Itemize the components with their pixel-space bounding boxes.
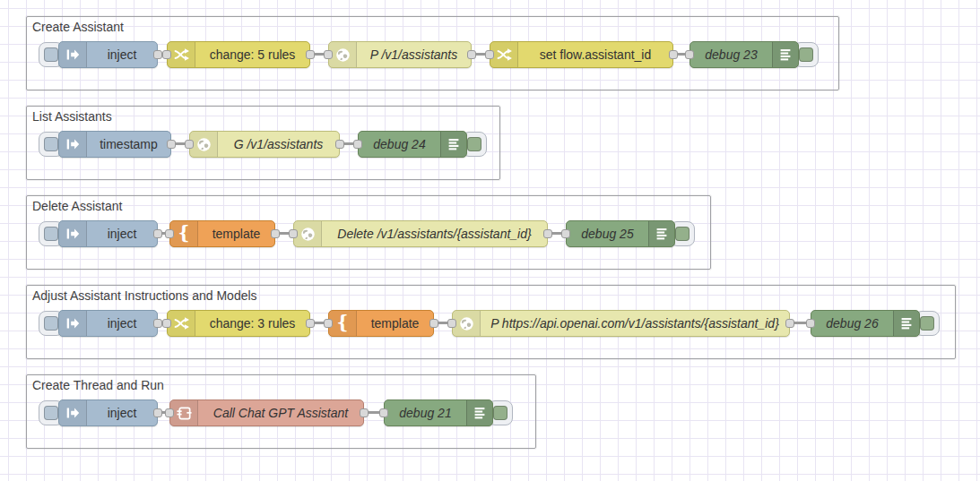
group-title: Delete Assistant <box>32 199 122 213</box>
output-port[interactable] <box>153 408 162 417</box>
output-port[interactable] <box>306 50 315 59</box>
change-node[interactable]: set flow.assistant_id <box>490 41 673 68</box>
debug-node[interactable]: debug 24 <box>358 131 467 158</box>
node-label: debug 25 <box>567 221 648 246</box>
input-port[interactable] <box>561 229 570 238</box>
input-port[interactable] <box>162 319 171 328</box>
inject-arrow-icon <box>59 400 87 425</box>
node-label: inject <box>87 311 157 336</box>
debug-node[interactable]: debug 23 <box>689 41 799 68</box>
inject-arrow-icon <box>59 42 87 67</box>
http-request-node[interactable]: Delete /v1/assistants/{assistant_id} <box>293 220 548 247</box>
group-title: Create Assistant <box>32 20 124 34</box>
input-port[interactable] <box>806 319 815 328</box>
node-label: debug 26 <box>811 311 893 336</box>
input-port[interactable] <box>289 229 298 238</box>
node-label: debug 23 <box>690 42 772 67</box>
group-title: List Assistants <box>32 109 112 124</box>
inject-node[interactable]: inject <box>58 310 158 337</box>
list-icon <box>466 400 492 425</box>
node-label: inject <box>87 221 157 246</box>
http-request-node[interactable]: P https://api.openai.com/v1/assistants/{… <box>452 310 790 337</box>
inject-button-face <box>44 47 58 62</box>
shuffle-icon <box>490 42 518 67</box>
inject-button-face <box>44 227 58 241</box>
output-port[interactable] <box>785 319 794 328</box>
debug-node[interactable]: debug 21 <box>384 399 493 426</box>
input-port[interactable] <box>379 408 388 417</box>
globe-icon <box>190 132 218 157</box>
change-node[interactable]: change: 3 rules <box>167 310 310 337</box>
debug-button-face <box>493 406 507 420</box>
output-port[interactable] <box>669 50 678 59</box>
node-label: set flow.assistant_id <box>518 42 672 67</box>
output-port[interactable] <box>167 140 176 149</box>
group-title: Adjust Assistant Instructions and Models <box>32 288 257 303</box>
output-port[interactable] <box>153 229 162 238</box>
inject-node[interactable]: inject <box>58 41 158 68</box>
template-node[interactable]: { template <box>169 220 275 247</box>
output-port[interactable] <box>429 319 438 328</box>
list-icon <box>772 42 798 67</box>
node-label: Call Chat GPT Assistant <box>198 400 363 425</box>
shuffle-icon <box>168 42 195 67</box>
output-port[interactable] <box>335 140 344 149</box>
output-port[interactable] <box>360 408 369 417</box>
globe-icon <box>329 42 357 67</box>
curly-brace-icon: { <box>329 311 357 336</box>
curly-brace-icon: { <box>170 221 198 246</box>
input-port[interactable] <box>324 50 333 59</box>
change-node[interactable]: change: 5 rules <box>167 41 310 68</box>
input-port[interactable] <box>447 319 456 328</box>
node-label: G /v1/assistants <box>218 132 339 157</box>
node-label: template <box>357 311 433 336</box>
input-port[interactable] <box>165 408 174 417</box>
node-label: debug 21 <box>385 400 466 425</box>
group-delete-assistant[interactable]: Delete Assistant inject { template Delet… <box>26 195 711 270</box>
output-port[interactable] <box>467 50 476 59</box>
list-icon <box>440 132 466 157</box>
brace-glyph: { <box>178 224 190 242</box>
input-port[interactable] <box>165 229 174 238</box>
debug-button-face <box>467 137 481 151</box>
subflow-node[interactable]: Call Chat GPT Assistant <box>169 399 364 426</box>
template-node[interactable]: { template <box>328 310 434 337</box>
group-create-assistant[interactable]: Create Assistant inject change: 5 rules … <box>26 16 839 90</box>
node-label: debug 24 <box>359 132 440 157</box>
node-label: change: 3 rules <box>195 311 309 336</box>
inject-node[interactable]: timestamp <box>58 131 171 158</box>
inject-node[interactable]: inject <box>58 399 158 426</box>
input-port[interactable] <box>162 50 171 59</box>
input-port[interactable] <box>353 140 362 149</box>
input-port[interactable] <box>185 140 194 149</box>
node-label: change: 5 rules <box>195 42 309 67</box>
list-icon <box>648 221 674 246</box>
inject-arrow-icon <box>59 311 87 336</box>
inject-arrow-icon <box>59 221 87 246</box>
output-port[interactable] <box>306 319 315 328</box>
output-port[interactable] <box>271 229 280 238</box>
node-label: inject <box>87 400 157 425</box>
http-request-node[interactable]: P /v1/assistants <box>328 41 472 68</box>
output-port[interactable] <box>153 50 162 59</box>
group-create-thread-and-run[interactable]: Create Thread and Run inject Call Chat G… <box>26 374 536 449</box>
node-label: template <box>198 221 274 246</box>
output-port[interactable] <box>153 319 162 328</box>
http-request-node[interactable]: G /v1/assistants <box>189 131 340 158</box>
group-title: Create Thread and Run <box>32 378 164 392</box>
node-label: inject <box>87 42 157 67</box>
inject-node[interactable]: inject <box>58 220 158 247</box>
group-adjust-assistant[interactable]: Adjust Assistant Instructions and Models… <box>26 285 956 359</box>
brace-glyph: { <box>337 314 349 331</box>
debug-node[interactable]: debug 26 <box>811 310 920 337</box>
output-port[interactable] <box>543 229 552 238</box>
input-port[interactable] <box>485 50 494 59</box>
shuffle-icon <box>168 311 195 336</box>
debug-node[interactable]: debug 25 <box>566 220 675 247</box>
flow-canvas[interactable]: Create Assistant inject change: 5 rules … <box>0 0 980 481</box>
input-port[interactable] <box>685 50 694 59</box>
debug-button-face <box>799 47 813 62</box>
group-list-assistants[interactable]: List Assistants timestamp G /v1/assistan… <box>26 106 500 180</box>
input-port[interactable] <box>324 319 333 328</box>
node-label: P /v1/assistants <box>357 42 471 67</box>
